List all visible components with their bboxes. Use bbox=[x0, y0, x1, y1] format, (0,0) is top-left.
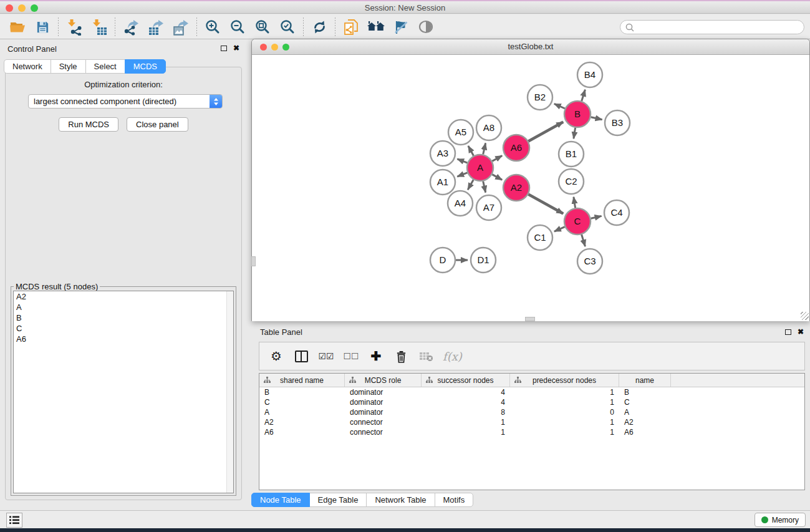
table-cell[interactable]: dominator bbox=[345, 408, 422, 417]
home-icon[interactable] bbox=[364, 16, 388, 37]
table-cell[interactable]: A bbox=[619, 408, 671, 417]
result-item[interactable]: C bbox=[14, 323, 233, 334]
float-panel-icon[interactable] bbox=[221, 46, 227, 51]
column-header-predecessor-nodes[interactable]: predecessor nodes bbox=[510, 374, 619, 387]
task-history-button[interactable] bbox=[6, 513, 22, 528]
tab-style[interactable]: Style bbox=[51, 59, 86, 74]
table-cell[interactable]: A2 bbox=[259, 418, 345, 427]
close-table-panel-icon[interactable]: ✖ bbox=[798, 329, 804, 335]
node-table[interactable]: shared name MCDS role successor nodes pr… bbox=[259, 373, 805, 490]
tab-mcds[interactable]: MCDS bbox=[125, 59, 166, 74]
settings-gear-icon[interactable]: ⚙ bbox=[268, 347, 284, 365]
graph-edge-A-A1[interactable] bbox=[457, 173, 467, 177]
column-header-shared-name[interactable]: shared name bbox=[259, 374, 345, 387]
graph-edge-B-B3[interactable] bbox=[591, 117, 602, 120]
memory-button[interactable]: Memory bbox=[755, 513, 806, 527]
duplicate-network-icon[interactable] bbox=[339, 16, 364, 37]
table-cell[interactable]: A2 bbox=[619, 418, 671, 427]
graph-edge-A-A8[interactable] bbox=[483, 143, 486, 154]
table-row[interactable]: A6connector11A6 bbox=[259, 427, 804, 437]
table-cell[interactable]: C bbox=[619, 398, 671, 407]
resize-grip[interactable] bbox=[801, 312, 809, 320]
zoom-out-icon[interactable] bbox=[225, 16, 250, 37]
table-cell[interactable]: B bbox=[619, 388, 671, 397]
network-window-titlebar[interactable]: testGlobe.txt bbox=[252, 39, 809, 55]
result-list-scrollbar[interactable] bbox=[226, 291, 233, 493]
graph-edge-A-A5[interactable] bbox=[468, 146, 474, 156]
table-cell[interactable]: 8 bbox=[422, 408, 510, 417]
table-cell[interactable]: dominator bbox=[345, 388, 422, 397]
table-cell[interactable]: 1 bbox=[422, 428, 510, 437]
close-panel-button[interactable]: Close panel bbox=[127, 117, 188, 132]
column-header-name[interactable]: name bbox=[619, 374, 671, 387]
hide-all-columns-icon[interactable]: ☐☐ bbox=[343, 347, 359, 365]
export-network-icon[interactable] bbox=[118, 16, 143, 37]
open-session-icon[interactable] bbox=[5, 16, 30, 37]
graph-edge-A6-B[interactable] bbox=[528, 122, 563, 142]
hide-graphics-icon[interactable] bbox=[388, 16, 413, 37]
horizontal-scroll-thumb[interactable] bbox=[525, 317, 535, 321]
graph-edge-A-A4[interactable] bbox=[468, 180, 473, 190]
table-cell[interactable]: 4 bbox=[422, 388, 510, 397]
tab-network[interactable]: Network bbox=[4, 59, 51, 74]
graph-edge-A-A7[interactable] bbox=[483, 181, 486, 193]
add-column-icon[interactable]: ✚ bbox=[368, 347, 384, 365]
run-mcds-button[interactable]: Run MCDS bbox=[59, 117, 118, 132]
table-cell[interactable]: A6 bbox=[259, 428, 345, 437]
graph-edge-C-C2[interactable] bbox=[574, 197, 576, 208]
graph-edge-A-A6[interactable] bbox=[492, 156, 502, 162]
table-row[interactable]: Cdominator41C bbox=[259, 397, 804, 407]
column-view-icon[interactable] bbox=[293, 347, 309, 365]
tab-motifs[interactable]: Motifs bbox=[435, 493, 474, 507]
graph-edge-B-B1[interactable] bbox=[574, 128, 576, 139]
search-input[interactable] bbox=[635, 23, 804, 32]
zoom-fit-icon[interactable] bbox=[250, 16, 275, 37]
search-field[interactable] bbox=[620, 20, 804, 34]
column-header-MCDS-role[interactable]: MCDS role bbox=[345, 374, 422, 387]
delete-column-icon[interactable] bbox=[393, 347, 409, 365]
table-cell[interactable]: A bbox=[259, 408, 345, 417]
tab-select[interactable]: Select bbox=[85, 59, 125, 74]
graph-edge-C-C1[interactable] bbox=[554, 227, 565, 231]
delete-table-icon[interactable] bbox=[418, 347, 434, 365]
export-image-icon[interactable] bbox=[168, 16, 193, 37]
network-canvas[interactable]: B4 B2 B B3 A8 A5 A6 A3 B1 A A1 C2 A2 A4 … bbox=[252, 55, 809, 321]
import-network-icon[interactable] bbox=[62, 16, 87, 37]
result-item[interactable]: A2 bbox=[14, 291, 233, 302]
table-cell[interactable]: 1 bbox=[422, 418, 510, 427]
table-cell[interactable]: 1 bbox=[510, 388, 619, 397]
function-builder-icon[interactable]: f(x) bbox=[443, 347, 462, 365]
table-cell[interactable]: dominator bbox=[345, 398, 422, 407]
vertical-scroll-thumb[interactable] bbox=[251, 256, 256, 266]
mcds-result-list[interactable]: A2ABCA6 bbox=[13, 291, 234, 493]
result-item[interactable]: A6 bbox=[14, 334, 233, 344]
table-cell[interactable]: connector bbox=[345, 428, 422, 437]
graph-edge-B-B2[interactable] bbox=[554, 104, 565, 109]
graph-edge-C-C3[interactable] bbox=[582, 235, 586, 246]
table-cell[interactable]: A6 bbox=[619, 428, 671, 437]
show-graphics-icon[interactable] bbox=[413, 16, 438, 37]
import-table-icon[interactable] bbox=[87, 16, 112, 37]
tab-node-table[interactable]: Node Table bbox=[251, 493, 310, 507]
refresh-layout-icon[interactable] bbox=[307, 16, 332, 37]
close-panel-icon[interactable]: ✖ bbox=[233, 45, 239, 51]
table-row[interactable]: Bdominator41B bbox=[259, 387, 804, 397]
zoom-selected-icon[interactable] bbox=[275, 16, 300, 37]
graph-edge-A2-C[interactable] bbox=[528, 195, 563, 214]
table-cell[interactable]: 1 bbox=[510, 418, 619, 427]
save-session-icon[interactable] bbox=[30, 16, 55, 37]
graph-edge-A-A3[interactable] bbox=[457, 159, 467, 163]
table-cell[interactable]: C bbox=[259, 398, 345, 407]
zoom-in-icon[interactable] bbox=[200, 16, 225, 37]
table-cell[interactable]: 1 bbox=[510, 428, 619, 437]
table-row[interactable]: A2connector11A2 bbox=[259, 417, 804, 427]
table-cell[interactable]: B bbox=[259, 388, 345, 397]
network-graph[interactable]: B4 B2 B B3 A8 A5 A6 A3 B1 A A1 C2 A2 A4 … bbox=[252, 55, 809, 321]
table-cell[interactable]: connector bbox=[345, 418, 422, 427]
float-table-panel-icon[interactable] bbox=[785, 329, 791, 335]
criterion-select[interactable]: largest connected component (directed) bbox=[28, 94, 223, 109]
table-cell[interactable]: 4 bbox=[422, 398, 510, 407]
result-item[interactable]: B bbox=[14, 312, 233, 323]
table-cell[interactable]: 0 bbox=[510, 408, 619, 417]
graph-edge-C-C4[interactable] bbox=[591, 216, 602, 218]
